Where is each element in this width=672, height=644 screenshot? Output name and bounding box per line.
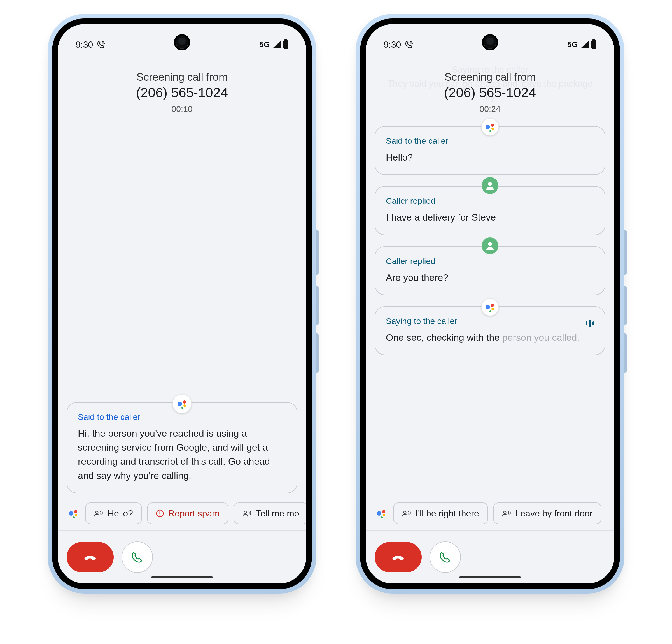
- screening-title: Screening call from: [58, 71, 306, 83]
- card-body: Hello?: [386, 150, 594, 164]
- chip-leave-by-door[interactable]: Leave by front door: [493, 503, 602, 524]
- status-time: 9:30: [384, 39, 401, 50]
- card-label: Said to the caller: [386, 136, 594, 146]
- caller-message-card: Caller replied Are you there?: [375, 246, 605, 295]
- signal-icon: [273, 41, 280, 48]
- call-header: Screening call from (206) 565-1024 00:10: [58, 60, 306, 115]
- suggestion-chip-row[interactable]: I'll be right there Leave by front door: [366, 496, 614, 530]
- assistant-icon: [481, 298, 499, 316]
- caller-icon: [482, 237, 499, 254]
- card-body: I have a delivery for Steve: [386, 210, 594, 224]
- card-label: Caller replied: [386, 196, 594, 206]
- ghost-transcript: Saying to the caller They said you can g…: [383, 63, 598, 105]
- assistant-icon: [67, 508, 80, 518]
- battery-icon: [283, 40, 288, 49]
- hangup-button[interactable]: [67, 542, 114, 572]
- assistant-icon: [375, 508, 388, 518]
- card-body: Are you there?: [386, 270, 594, 284]
- battery-icon: [591, 40, 597, 49]
- chip-report-spam[interactable]: Report spam: [147, 503, 228, 524]
- signal-icon: [581, 41, 589, 48]
- caller-icon: [482, 177, 499, 194]
- card-body: Hi, the person you've reached is using a…: [78, 426, 286, 483]
- assistant-icon: [481, 118, 499, 136]
- call-header: Saying to the caller They said you can g…: [366, 60, 614, 115]
- answer-button[interactable]: [121, 541, 153, 573]
- network-label: 5G: [259, 40, 270, 49]
- call-timer: 00:24: [366, 104, 614, 114]
- call-timer: 00:10: [58, 104, 306, 114]
- answer-button[interactable]: [430, 541, 461, 573]
- alert-icon: [156, 510, 164, 517]
- phone-mockup-left: 9:30 5G Screening call from (206) 565-10…: [48, 14, 316, 594]
- chip-label: I'll be right there: [416, 508, 479, 519]
- status-time: 9:30: [75, 39, 93, 50]
- chip-hello[interactable]: Hello?: [85, 503, 142, 524]
- transcript-area[interactable]: Said to the caller Hi, the person you've…: [58, 115, 306, 493]
- voice-icon: [242, 510, 251, 517]
- card-label: Caller replied: [386, 256, 594, 266]
- speaking-indicator-icon: [586, 320, 594, 327]
- chip-label: Hello?: [108, 508, 133, 519]
- home-indicator[interactable]: [459, 576, 521, 578]
- phone-mockup-right: 9:30 5G Saying to the caller They said y…: [356, 14, 624, 594]
- caller-number: (206) 565-1024: [58, 85, 306, 100]
- chip-tell-me-more[interactable]: Tell me mo: [233, 503, 306, 524]
- voice-icon: [502, 510, 511, 517]
- assistant-message-card: Said to the caller Hi, the person you've…: [67, 402, 297, 493]
- transcript-area[interactable]: Said to the caller Hello? Caller replied…: [366, 115, 614, 493]
- home-indicator[interactable]: [151, 576, 213, 578]
- call-actions: [366, 531, 614, 584]
- voice-icon: [94, 510, 103, 517]
- chip-be-right-there[interactable]: I'll be right there: [393, 503, 488, 524]
- front-camera: [176, 36, 189, 49]
- assistant-message-card: Said to the caller Hello?: [375, 126, 605, 175]
- call-actions: [58, 531, 306, 584]
- ongoing-call-icon: [97, 40, 105, 49]
- assistant-live-card: Saying to the caller One sec, checking w…: [375, 306, 605, 355]
- card-label: Said to the caller: [78, 412, 286, 422]
- chip-label: Leave by front door: [515, 508, 593, 519]
- suggestion-chip-row[interactable]: Hello? Report spam Tell me mo: [58, 496, 306, 530]
- chip-label: Tell me mo: [256, 508, 299, 519]
- card-body: One sec, checking with the person you ca…: [386, 330, 594, 344]
- network-label: 5G: [567, 40, 578, 49]
- card-label: Saying to the caller: [386, 316, 457, 326]
- ongoing-call-icon: [405, 40, 413, 49]
- front-camera: [483, 36, 496, 49]
- hangup-button[interactable]: [375, 542, 422, 572]
- voice-icon: [402, 510, 411, 517]
- chip-label: Report spam: [168, 508, 219, 519]
- assistant-icon: [172, 394, 192, 413]
- caller-message-card: Caller replied I have a delivery for Ste…: [375, 186, 605, 235]
